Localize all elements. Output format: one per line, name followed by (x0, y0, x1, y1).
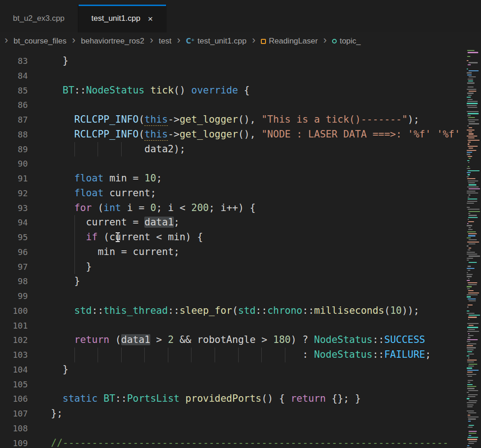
minimap[interactable] (466, 50, 481, 448)
code-text[interactable]: }; (51, 406, 62, 421)
line-number[interactable]: 86 (0, 98, 28, 112)
breadcrumb: › bt_course_files › behaviortree_ros2 › … (0, 32, 481, 50)
class-symbol-icon (261, 39, 266, 44)
code-line[interactable]: 90 (0, 156, 481, 171)
line-number[interactable]: 94 (0, 215, 28, 230)
line-number[interactable]: 84 (0, 68, 28, 83)
code-line[interactable]: 104 } (0, 362, 481, 377)
line-number[interactable]: 103 (0, 348, 28, 362)
breadcrumb-item-test[interactable]: test (159, 37, 171, 46)
line-number[interactable]: 102 (0, 333, 28, 348)
breadcrumb-item-topic[interactable]: topic_ (332, 37, 360, 46)
code-line[interactable]: 85 BT::NodeStatus tick() override { (0, 83, 481, 98)
chevron-right-icon: › (323, 35, 327, 45)
code-line[interactable]: 95 if (current < min) { (0, 230, 481, 245)
code-text[interactable]: } (51, 260, 92, 274)
code-text[interactable]: BT::NodeStatus tick() override { (51, 83, 250, 98)
chevron-right-icon: › (252, 35, 255, 45)
code-line[interactable]: 106 static BT::PortsList providedPorts()… (0, 392, 481, 406)
line-number[interactable]: 100 (0, 304, 28, 318)
code-line[interactable]: 97 } (0, 260, 481, 274)
code-line[interactable]: 84 (0, 68, 481, 83)
code-text[interactable]: //--------------------------------------… (51, 436, 449, 448)
code-text[interactable]: std::this_thread::sleep_for(std::chrono:… (51, 304, 419, 318)
line-number[interactable]: 109 (0, 436, 28, 448)
code-line[interactable]: 92 float current; (0, 186, 481, 201)
indent-guide (238, 348, 239, 362)
chevron-right-icon: › (177, 35, 180, 45)
code-text[interactable]: } (51, 274, 80, 289)
line-number[interactable]: 104 (0, 362, 28, 377)
code-line[interactable]: 86 (0, 98, 481, 112)
code-line[interactable]: 99 (0, 289, 481, 304)
line-number[interactable]: 96 (0, 245, 28, 260)
code-text[interactable]: for (int i = 0; i < 200; i++) { (51, 201, 256, 216)
line-number[interactable]: 107 (0, 406, 28, 421)
code-line[interactable]: 102 return (data1 > 2 && robotAngle > 18… (0, 333, 481, 348)
tab-strip: bt_u2_ex3.cpp test_unit1.cpp × (0, 5, 166, 32)
close-icon[interactable]: × (148, 14, 153, 23)
line-number[interactable]: 91 (0, 171, 28, 186)
code-text[interactable]: } (51, 54, 68, 68)
code-text[interactable]: return (data1 > 2 && robotAngle > 180) ?… (51, 333, 425, 348)
code-line[interactable]: 103 : NodeStatus::FAILURE; (0, 348, 481, 362)
code-text[interactable]: static BT::PortsList providedPorts() { r… (51, 392, 361, 406)
code-editor[interactable]: 83 }8485 BT::NodeStatus tick() override … (0, 50, 481, 448)
breadcrumb-item-behaviortree_ros2[interactable]: behaviortree_ros2 (81, 37, 144, 46)
code-line[interactable]: 94 current = data1; (0, 215, 481, 230)
code-line[interactable]: 87 RCLCPP_INFO(this->get_logger(), "This… (0, 112, 481, 127)
code-text[interactable]: RCLCPP_INFO(this->get_logger(), "This is… (51, 112, 419, 127)
code-text[interactable]: min = current; (51, 245, 179, 260)
indent-guide (121, 142, 122, 157)
code-line[interactable]: 91 float min = 10; (0, 171, 481, 186)
line-number[interactable]: 83 (0, 54, 28, 68)
line-number[interactable]: 97 (0, 260, 28, 274)
code-line[interactable]: 98 } (0, 274, 481, 289)
code-text[interactable]: float min = 10; (51, 171, 162, 186)
code-line[interactable]: 109//-----------------------------------… (0, 436, 481, 448)
line-number[interactable]: 106 (0, 392, 28, 406)
line-number[interactable]: 89 (0, 142, 28, 157)
line-number[interactable]: 108 (0, 421, 28, 436)
line-number[interactable]: 95 (0, 230, 28, 245)
line-number[interactable]: 85 (0, 83, 28, 98)
code-line[interactable]: 101 (0, 318, 481, 333)
code-line[interactable]: 105 (0, 377, 481, 392)
code-text[interactable]: data2); (51, 142, 185, 157)
code-line[interactable]: 100 std::this_thread::sleep_for(std::chr… (0, 304, 481, 318)
code-line[interactable]: 108 (0, 421, 481, 436)
code-text[interactable]: if (current < min) { (51, 230, 203, 245)
line-number[interactable]: 98 (0, 274, 28, 289)
code-line[interactable]: 107}; (0, 406, 481, 421)
line-number[interactable]: 92 (0, 186, 28, 201)
line-number[interactable]: 105 (0, 377, 28, 392)
indent-guide (261, 348, 262, 362)
code-line[interactable]: 83 } (0, 54, 481, 68)
tab-bt_u2_ex3[interactable]: bt_u2_ex3.cpp (0, 5, 78, 32)
code-text[interactable]: RCLCPP_INFO(this->get_logger(), "NODE : … (51, 127, 460, 142)
tab-bar: bt_u2_ex3.cpp test_unit1.cpp × (0, 0, 481, 32)
tab-test_unit1[interactable]: test_unit1.cpp × (78, 5, 166, 32)
indent-guide (74, 260, 75, 274)
breadcrumb-label: topic_ (339, 37, 360, 46)
line-number[interactable]: 93 (0, 201, 28, 216)
indent-guide (168, 348, 168, 362)
line-number[interactable]: 87 (0, 112, 28, 127)
code-line[interactable]: 89 data2); (0, 142, 481, 157)
line-number[interactable]: 88 (0, 127, 28, 142)
breadcrumb-label: behaviortree_ros2 (81, 37, 144, 46)
breadcrumb-item-ReadingLaser[interactable]: ReadingLaser (261, 37, 318, 46)
line-number[interactable]: 101 (0, 318, 28, 333)
code-line[interactable]: 88 RCLCPP_INFO(this->get_logger(), "NODE… (0, 127, 481, 142)
breadcrumb-item-test_unit1-cpp[interactable]: C⁺ test_unit1.cpp (186, 37, 247, 46)
indent-guide (98, 348, 98, 362)
code-text[interactable]: float current; (51, 186, 156, 201)
code-line[interactable]: 93 for (int i = 0; i < 200; i++) { (0, 201, 481, 216)
code-text[interactable]: current = data1; (51, 215, 179, 230)
code-text[interactable]: : NodeStatus::FAILURE; (51, 348, 431, 362)
breadcrumb-item-bt_course_files[interactable]: bt_course_files (13, 37, 66, 46)
code-line[interactable]: 96 min = current; (0, 245, 481, 260)
code-text[interactable]: } (51, 362, 68, 377)
line-number[interactable]: 90 (0, 156, 28, 171)
line-number[interactable]: 99 (0, 289, 28, 304)
